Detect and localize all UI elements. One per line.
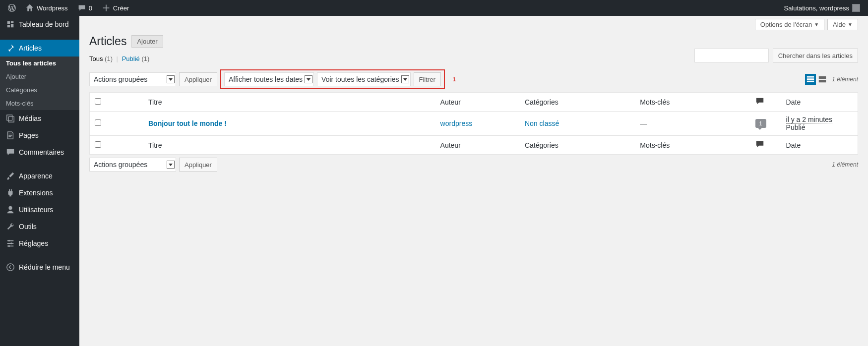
category-filter-select[interactable]: Voir toutes les catégories: [317, 72, 410, 86]
item-count: 1 élément: [832, 76, 858, 83]
chevron-down-icon: [305, 75, 312, 83]
add-post-button[interactable]: Ajouter: [131, 35, 163, 48]
col-comments[interactable]: [750, 93, 781, 112]
author-link[interactable]: wordpress: [440, 119, 473, 127]
wrench-icon: [6, 222, 15, 231]
sliders-icon: [6, 239, 15, 248]
row-checkbox[interactable]: [95, 119, 101, 126]
page-icon: [6, 131, 15, 140]
sidebar-item-users[interactable]: Utilisateurs: [0, 201, 79, 218]
comment-icon: [755, 140, 764, 149]
admin-sidebar: Tableau de bord Articles Tous les articl…: [0, 16, 79, 346]
search-input[interactable]: [694, 49, 769, 62]
dashboard-icon: [6, 20, 15, 29]
avatar: [852, 4, 860, 12]
comments-count: 0: [89, 4, 92, 12]
filter-published[interactable]: Publié (1): [122, 55, 150, 62]
sidebar-sub-categories[interactable]: Catégories: [0, 83, 79, 97]
col-date[interactable]: Date: [781, 136, 858, 155]
sidebar-item-posts[interactable]: Articles: [0, 40, 79, 57]
site-link[interactable]: Wordpress: [22, 0, 72, 16]
col-title[interactable]: Titre: [143, 93, 435, 112]
list-icon: [806, 75, 815, 84]
new-content-link[interactable]: Créer: [98, 0, 133, 16]
admin-topbar: Wordpress 0 Créer Salutations, wordpress: [0, 0, 868, 16]
svg-point-0: [8, 240, 10, 242]
col-date[interactable]: Date: [781, 93, 858, 112]
create-label: Créer: [113, 4, 129, 12]
home-icon: [26, 4, 34, 12]
media-icon: [6, 114, 15, 123]
col-tags[interactable]: Mots-clés: [635, 136, 750, 155]
main-content: Options de l'écran ▼ Aide ▼ Articles Ajo…: [79, 16, 868, 346]
annotation-highlight: Afficher toutes les dates Voir toutes le…: [220, 69, 445, 89]
comment-count-badge[interactable]: 1: [755, 119, 766, 128]
filter-all[interactable]: Tous (1): [89, 55, 113, 62]
sidebar-item-appearance[interactable]: Apparence: [0, 168, 79, 184]
apply-bulk-button[interactable]: Appliquer: [179, 72, 217, 86]
comment-icon: [6, 148, 15, 157]
sidebar-collapse[interactable]: Réduire le menu: [0, 259, 79, 276]
apply-bulk-button-bottom[interactable]: Appliquer: [179, 158, 217, 172]
col-comments[interactable]: [750, 136, 781, 155]
col-tags[interactable]: Mots-clés: [635, 93, 750, 112]
svg-point-3: [7, 264, 14, 271]
col-title[interactable]: Titre: [143, 136, 435, 155]
greeting: Salutations, wordpress: [784, 4, 849, 12]
site-name: Wordpress: [37, 4, 68, 12]
chevron-down-icon: [401, 75, 409, 83]
filter-button[interactable]: Filtrer: [414, 72, 441, 86]
comment-icon: [755, 97, 764, 106]
list-view-button[interactable]: [805, 74, 816, 85]
comments-link[interactable]: 0: [74, 0, 96, 16]
sidebar-sub-all-posts[interactable]: Tous les articles: [0, 57, 79, 70]
date-filter-select[interactable]: Afficher toutes les dates: [224, 72, 314, 86]
annotation-number: 1: [453, 76, 456, 82]
chevron-down-icon: [167, 161, 175, 169]
screen-options-button[interactable]: Options de l'écran ▼: [755, 19, 824, 30]
sidebar-item-tools[interactable]: Outils: [0, 218, 79, 235]
sidebar-item-settings[interactable]: Réglages: [0, 235, 79, 252]
svg-point-1: [10, 242, 12, 244]
post-title-link[interactable]: Bonjour tout le monde !: [148, 119, 227, 127]
user-icon: [6, 205, 15, 214]
col-author[interactable]: Auteur: [435, 136, 520, 155]
page-title: Articles: [89, 35, 126, 48]
bulk-actions-select[interactable]: Actions groupées: [89, 72, 176, 86]
help-button[interactable]: Aide ▼: [827, 19, 858, 30]
date-state: Publié: [786, 123, 806, 131]
excerpt-icon: [818, 75, 827, 84]
col-categories[interactable]: Catégories: [520, 136, 635, 155]
brush-icon: [6, 172, 15, 180]
chevron-down-icon: [167, 75, 175, 83]
sidebar-item-dashboard[interactable]: Tableau de bord: [0, 16, 79, 33]
select-all-checkbox[interactable]: [95, 98, 101, 105]
pin-icon: [6, 44, 15, 53]
table-row: Bonjour tout le monde ! wordpress Non cl…: [90, 112, 858, 136]
collapse-icon: [6, 263, 15, 272]
plus-icon: [102, 4, 110, 12]
sidebar-item-media[interactable]: Médias: [0, 110, 79, 127]
svg-point-2: [8, 245, 10, 247]
select-all-checkbox-footer[interactable]: [95, 141, 101, 148]
sidebar-sub-tags[interactable]: Mots-clés: [0, 97, 79, 110]
wordpress-icon: [8, 4, 16, 12]
excerpt-view-button[interactable]: [817, 74, 828, 85]
search-button[interactable]: Chercher dans les articles: [773, 49, 858, 62]
sidebar-item-comments[interactable]: Commentaires: [0, 144, 79, 161]
account-menu[interactable]: Salutations, wordpress: [780, 0, 864, 16]
comment-icon: [78, 4, 86, 12]
date-relative: il y a 2 minutes: [786, 115, 832, 124]
sidebar-item-pages[interactable]: Pages: [0, 127, 79, 144]
bulk-actions-select-bottom[interactable]: Actions groupées: [89, 158, 176, 172]
tags-cell: —: [635, 112, 750, 136]
wp-logo-menu[interactable]: [4, 0, 20, 16]
category-link[interactable]: Non classé: [525, 119, 559, 127]
sidebar-item-plugins[interactable]: Extensions: [0, 184, 79, 201]
plug-icon: [6, 188, 15, 197]
item-count-bottom: 1 élément: [832, 161, 858, 168]
col-author[interactable]: Auteur: [435, 93, 520, 112]
posts-table: Titre Auteur Catégories Mots-clés Date B…: [89, 92, 858, 155]
col-categories[interactable]: Catégories: [520, 93, 635, 112]
sidebar-sub-add-post[interactable]: Ajouter: [0, 70, 79, 83]
